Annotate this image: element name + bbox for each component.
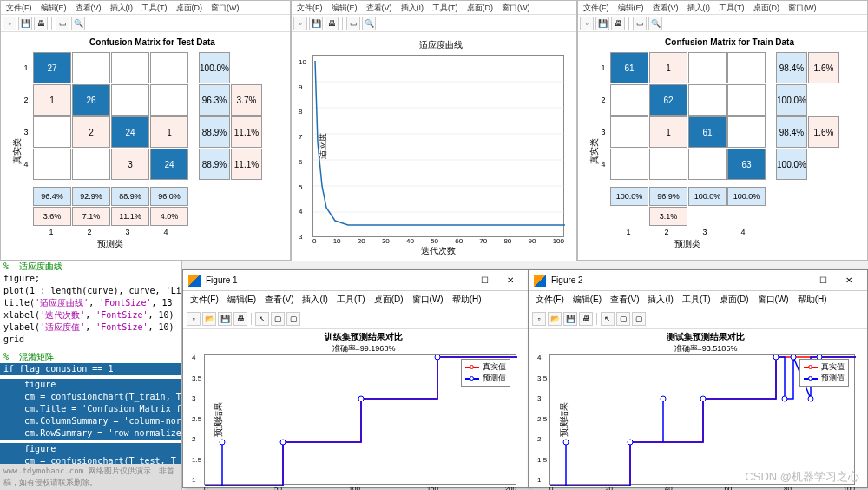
square-icon[interactable]: ▢ — [286, 312, 300, 326]
minimize-icon[interactable]: — — [445, 272, 471, 289]
fig1-ylabel: 预测结果 — [213, 402, 225, 437]
cm-cell: 61 — [688, 116, 727, 148]
cm-test-toolbar[interactable]: ▫ 💾 🖶 ▭ 🔍 — [1, 15, 290, 32]
print-icon[interactable]: 🖶 — [34, 17, 48, 30]
print-icon[interactable]: 🖶 — [325, 17, 339, 30]
cm-cell — [111, 52, 149, 83]
cm-cell: 26 — [72, 84, 110, 116]
new-icon[interactable]: ▫ — [580, 17, 594, 30]
svg-point-14 — [773, 355, 779, 360]
save-icon[interactable]: 💾 — [218, 312, 232, 326]
cm-cell — [33, 116, 71, 148]
figure-1-title-text: Figure 1 — [206, 275, 238, 285]
square-icon[interactable]: ▢ — [271, 312, 285, 326]
cm-cell — [610, 84, 648, 116]
cursor-icon[interactable]: ↖ — [601, 312, 615, 326]
fig2-subtitle: 准确率=93.5185% — [549, 343, 862, 354]
fitness-menubar[interactable]: 文件(F)编辑(E)查看(V)插入(I)工具(T)桌面(D)窗口(W) — [292, 1, 576, 15]
fitness-ylabel: 适应度 — [317, 133, 329, 159]
zoom-icon[interactable]: 🔍 — [362, 17, 376, 30]
maximize-icon[interactable]: ☐ — [471, 272, 497, 289]
pointer-icon[interactable]: ▭ — [346, 17, 360, 30]
cm-cell: 61 — [610, 52, 648, 83]
save-icon[interactable]: 💾 — [563, 312, 577, 326]
square-icon[interactable]: ▢ — [616, 312, 630, 326]
cm-train-plot: Confusion Matrix for Train Data 真实类 1611… — [578, 32, 867, 255]
figure-2-titlebar[interactable]: Figure 2 — ☐ ✕ — [529, 270, 867, 291]
figure-1-toolbar[interactable]: ▫ 📂 💾 🖶 ↖ ▢ ▢ — [183, 308, 529, 329]
zoom-icon[interactable]: 🔍 — [648, 17, 662, 30]
cm-test-ylabel: 真实类 — [11, 138, 23, 164]
figure-2-window[interactable]: Figure 2 — ☐ ✕ 文件(F)编辑(E)查看(V)插入(I)工具(T)… — [528, 269, 868, 488]
fitness-xlabel: 迭代次数 — [312, 245, 564, 257]
cm-cell — [111, 84, 149, 116]
square-icon[interactable]: ▢ — [632, 312, 646, 326]
svg-point-10 — [563, 440, 569, 445]
cm-cell: 1 — [649, 52, 687, 83]
cm-cell — [727, 52, 766, 83]
fitness-toolbar[interactable]: ▫ 💾 🖶 ▭ 🔍 — [292, 15, 576, 32]
matlab-icon — [534, 275, 546, 287]
code-editor[interactable]: % 适应度曲线 figure;plot(1 : length(curve), c… — [0, 261, 182, 490]
fig1-subtitle: 准确率=99.1968% — [204, 343, 523, 354]
new-icon[interactable]: ▫ — [187, 312, 201, 326]
open-icon[interactable]: 📂 — [202, 312, 216, 326]
top-panels-row: 文件(F)编辑(E)查看(V)插入(I)工具(T)桌面(D)窗口(W) ▫ 💾 … — [0, 0, 868, 261]
cm-test-menubar[interactable]: 文件(F)编辑(E)查看(V)插入(I)工具(T)桌面(D)窗口(W) — [1, 1, 290, 15]
cm-cell — [688, 52, 727, 83]
svg-point-17 — [808, 396, 813, 401]
svg-point-13 — [700, 396, 706, 401]
cm-cell: 24 — [111, 116, 149, 148]
save-icon[interactable]: 💾 — [309, 17, 323, 30]
pointer-icon[interactable]: ▭ — [633, 17, 647, 30]
cm-train-toolbar[interactable]: ▫ 💾 🖶 ▭ 🔍 — [578, 15, 867, 32]
minimize-icon[interactable]: — — [784, 272, 810, 289]
cm-cell: 24 — [150, 149, 188, 180]
fitness-panel: 文件(F)编辑(E)查看(V)插入(I)工具(T)桌面(D)窗口(W) ▫ 💾 … — [291, 0, 577, 261]
fitness-title: 适应度曲线 — [312, 39, 569, 51]
new-icon[interactable]: ▫ — [293, 17, 307, 30]
fig2-ylabel: 预测结果 — [558, 402, 570, 437]
new-icon[interactable]: ▫ — [532, 312, 546, 326]
cursor-icon[interactable]: ↖ — [255, 312, 269, 326]
print-icon[interactable]: 🖶 — [579, 312, 593, 326]
svg-point-7 — [280, 440, 286, 445]
print-icon[interactable]: 🖶 — [233, 312, 247, 326]
figure-1-titlebar[interactable]: Figure 1 — ☐ ✕ — [183, 270, 529, 291]
cm-cell — [33, 149, 71, 180]
svg-point-9 — [435, 355, 440, 360]
print-icon[interactable]: 🖶 — [611, 17, 625, 30]
cm-cell — [688, 149, 727, 180]
figure-2-menubar[interactable]: 文件(F)编辑(E)查看(V)插入(I)工具(T)桌面(D)窗口(W)帮助(H) — [529, 291, 867, 308]
cm-cell — [610, 116, 648, 148]
cm-test-panel: 文件(F)编辑(E)查看(V)插入(I)工具(T)桌面(D)窗口(W) ▫ 💾 … — [0, 0, 291, 261]
cm-test-xlabel: 预测类 — [32, 238, 188, 250]
maximize-icon[interactable]: ☐ — [810, 272, 836, 289]
figure-1-menubar[interactable]: 文件(F)编辑(E)查看(V)插入(I)工具(T)桌面(D)窗口(W)帮助(H) — [183, 291, 529, 308]
cm-cell: 63 — [727, 149, 766, 180]
figure-1-window[interactable]: Figure 1 — ☐ ✕ 文件(F)编辑(E)查看(V)插入(I)工具(T)… — [182, 269, 529, 488]
cm-cell — [610, 149, 648, 180]
figure-2-toolbar[interactable]: ▫ 📂 💾 🖶 ↖ ▢ ▢ — [529, 308, 867, 329]
zoom-icon[interactable]: 🔍 — [71, 17, 85, 30]
new-icon[interactable]: ▫ — [3, 17, 16, 30]
svg-point-8 — [358, 396, 364, 401]
cm-cell — [150, 52, 188, 83]
cm-train-title: Confusion Matrix for Train Data — [597, 37, 862, 47]
svg-point-16 — [791, 355, 796, 360]
cm-cell: 62 — [649, 84, 687, 116]
figure-2-title-text: Figure 2 — [551, 275, 583, 285]
close-icon[interactable]: ✕ — [497, 272, 523, 289]
cm-cell — [727, 84, 766, 116]
close-icon[interactable]: ✕ — [836, 272, 862, 289]
cm-test-title: Confusion Matrix for Test Data — [20, 37, 285, 47]
cm-train-panel: 文件(F)编辑(E)查看(V)插入(I)工具(T)桌面(D)窗口(W) ▫ 💾 … — [577, 0, 868, 261]
save-icon[interactable]: 💾 — [18, 17, 32, 30]
open-icon[interactable]: 📂 — [548, 312, 562, 326]
pointer-icon[interactable]: ▭ — [56, 17, 69, 30]
save-icon[interactable]: 💾 — [595, 17, 609, 30]
fig2-plot-title: 测试集预测结果对比 — [549, 331, 862, 343]
cm-test-plot: Confusion Matrix for Test Data 真实类 12710… — [1, 32, 290, 255]
cm-train-menubar[interactable]: 文件(F)编辑(E)查看(V)插入(I)工具(T)桌面(D)窗口(W) — [578, 1, 867, 15]
watermark-text: CSDN @机器学习之心 — [745, 469, 859, 485]
